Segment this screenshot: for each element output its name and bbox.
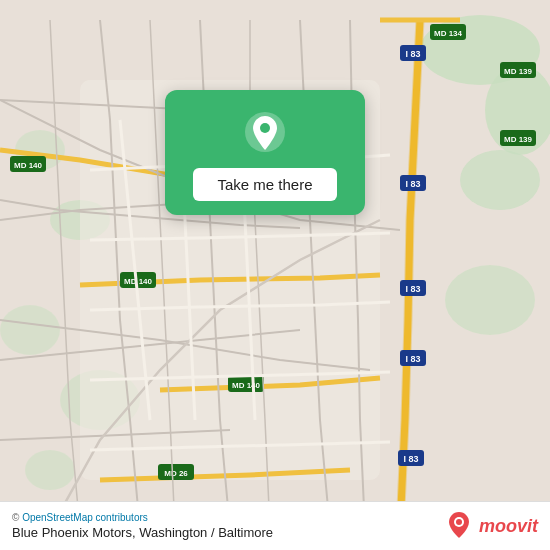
- svg-text:MD 140: MD 140: [124, 277, 153, 286]
- svg-text:MD 140: MD 140: [14, 161, 43, 170]
- svg-point-38: [456, 519, 462, 525]
- svg-point-9: [25, 450, 75, 490]
- svg-point-36: [260, 123, 270, 133]
- svg-text:MD 139: MD 139: [504, 135, 533, 144]
- svg-text:MD 26: MD 26: [164, 469, 188, 478]
- map-background: I 83 I 83 I 83 I 83 I 83 MD 134 MD 140 M…: [0, 0, 550, 550]
- svg-text:MD 140: MD 140: [232, 381, 261, 390]
- osm-attribution: © OpenStreetMap contributors: [12, 512, 273, 523]
- attribution-prefix: ©: [12, 512, 22, 523]
- take-me-there-button[interactable]: Take me there: [193, 168, 336, 201]
- location-info: © OpenStreetMap contributors Blue Phoeni…: [12, 512, 273, 540]
- moovit-text: moovit: [479, 516, 538, 537]
- svg-text:MD 134: MD 134: [434, 29, 463, 38]
- navigation-popup[interactable]: Take me there: [165, 90, 365, 215]
- svg-point-3: [460, 150, 540, 210]
- svg-text:I 83: I 83: [403, 454, 418, 464]
- svg-text:I 83: I 83: [405, 284, 420, 294]
- map-pin-icon: [241, 108, 289, 156]
- moovit-icon: [443, 510, 475, 542]
- svg-text:I 83: I 83: [405, 354, 420, 364]
- bottom-bar: © OpenStreetMap contributors Blue Phoeni…: [0, 501, 550, 550]
- svg-text:MD 139: MD 139: [504, 67, 533, 76]
- svg-point-7: [0, 305, 60, 355]
- map-container: I 83 I 83 I 83 I 83 I 83 MD 134 MD 140 M…: [0, 0, 550, 550]
- osm-link[interactable]: OpenStreetMap contributors: [22, 512, 148, 523]
- moovit-logo: moovit: [443, 510, 538, 542]
- svg-point-6: [445, 265, 535, 335]
- location-name: Blue Phoenix Motors, Washington / Baltim…: [12, 525, 273, 540]
- svg-text:I 83: I 83: [405, 49, 420, 59]
- svg-text:I 83: I 83: [405, 179, 420, 189]
